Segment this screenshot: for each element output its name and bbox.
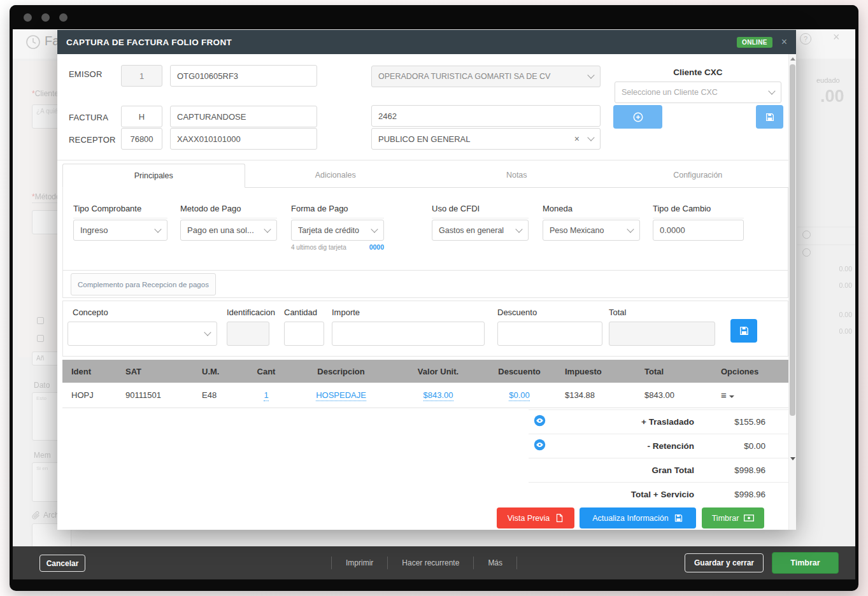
print-link[interactable]: Imprimir (346, 558, 373, 567)
moneda-select[interactable]: Peso Mexicano (543, 220, 640, 241)
clear-icon[interactable]: × (574, 134, 580, 144)
emisor-id-field[interactable]: 1 (121, 65, 162, 87)
descuento-field[interactable] (497, 322, 602, 346)
tipo-cambio-field[interactable]: 0.0000 (653, 220, 744, 241)
banknote-icon (744, 514, 754, 522)
window-control-icon[interactable] (24, 13, 32, 22)
item-descuento-link[interactable]: $0.00 (483, 390, 556, 400)
card-digits-value[interactable]: 0000 (362, 243, 384, 251)
cancel-button[interactable]: Cancelar (39, 555, 85, 572)
emisor-name-select[interactable]: OPERADORA TURISTICA GOMARTI SA DE CV (371, 66, 601, 87)
tab-adicionales[interactable]: Adicionales (245, 164, 427, 187)
add-cliente-cxc-button[interactable] (613, 105, 662, 129)
item-options-menu[interactable]: ≡ (712, 390, 788, 401)
adeudado-label: eudado (816, 76, 840, 84)
divider (516, 557, 517, 569)
total-servicio-value: $998.96 (694, 490, 765, 499)
paperclip-icon (32, 511, 40, 520)
receptor-cp-field[interactable]: 76800 (121, 128, 162, 150)
forma-pago-select[interactable]: Tarjeta de crédito (291, 220, 384, 241)
divider (797, 245, 855, 245)
emisor-label: EMISOR (69, 69, 102, 79)
importe-label: Importe (332, 308, 360, 317)
tipo-comprobante-select[interactable]: Ingreso (73, 220, 167, 241)
descuento-label: Descuento (497, 308, 537, 317)
totals-section: + Trasladado $155.96 - Retención $0.00 (529, 409, 788, 506)
menu-icon: ≡ (721, 390, 727, 401)
save-cliente-cxc-button[interactable] (756, 105, 783, 129)
scrollbar[interactable] (788, 54, 796, 530)
receptor-label: RECEPTOR (69, 135, 116, 145)
actualiza-informacion-button[interactable]: Actualiza Información (580, 507, 696, 529)
screen: Fa *Cliente ¿A quié *Método Añ Dato Esto… (0, 0, 868, 596)
vista-previa-label: Vista Previa (508, 514, 550, 523)
save-concepto-button[interactable] (730, 319, 757, 343)
factura-estado-field[interactable]: CAPTURANDOSE (170, 106, 317, 127)
footer-links: Imprimir Hacer recurrente Más (331, 546, 517, 579)
receptor-name-select[interactable]: PUBLICO EN GENERAL × (371, 128, 601, 150)
help-icon: ? (800, 33, 811, 45)
stamp-button[interactable]: Timbrar (772, 552, 839, 574)
make-recurrent-link[interactable]: Hacer recurrente (402, 558, 459, 567)
moneda-label: Moneda (543, 204, 640, 218)
window-control-icon[interactable] (41, 13, 50, 22)
divider (331, 557, 332, 569)
chevron-down-icon (627, 225, 634, 232)
chevron-down-icon (154, 225, 161, 232)
forma-pago-value: Tarjeta de crédito (298, 226, 359, 235)
item-um: E48 (193, 390, 244, 400)
identificacion-label: Identificacion (227, 308, 275, 317)
emisor-rfc-field[interactable]: OTG010605RF3 (170, 65, 317, 87)
item-valor-unit-link[interactable]: $843.00 (394, 390, 483, 400)
cantidad-label: Cantidad (284, 308, 317, 317)
table-header-row: Ident SAT U.M. Cant Descripcion Valor Un… (62, 360, 788, 383)
receptor-rfc-field[interactable]: XAXX010101000 (170, 128, 317, 150)
table-row: HOPJ 90111501 E48 1 HOSPEDAJE $843.00 $0… (62, 383, 788, 408)
importe-field[interactable] (332, 322, 485, 346)
vista-previa-button[interactable]: Vista Previa (497, 507, 574, 529)
col-um: U.M. (193, 367, 244, 376)
uso-cfdi-select[interactable]: Gastos en general (432, 220, 529, 241)
concepto-label: Concepto (73, 308, 108, 317)
cliente-cxc-select[interactable]: Seleccione un Cliente CXC (615, 82, 781, 103)
col-ident: Ident (62, 367, 117, 376)
item-cant-link[interactable]: 1 (244, 390, 288, 400)
tab-notas[interactable]: Notas (426, 164, 608, 187)
modal-close-icon[interactable]: × (781, 37, 787, 47)
tab-principales[interactable]: Principales (62, 164, 245, 188)
item-descripcion-link[interactable]: HOSPEDAJE (288, 390, 394, 400)
metodo-pago-select[interactable]: Pago en una sol... (180, 220, 277, 241)
online-status-badge: ONLINE (737, 37, 772, 48)
forma-pago-label: Forma de Pago (291, 204, 384, 218)
background-close-icon: × (833, 31, 840, 44)
plus-circle-icon (632, 111, 644, 123)
factura-folio-field[interactable]: 2462 (371, 105, 601, 127)
save-icon (765, 112, 775, 122)
cliente-cxc-placeholder: Seleccione un Cliente CXC (622, 88, 718, 97)
timbrar-button[interactable]: Timbrar (702, 507, 764, 529)
chevron-down-icon (515, 225, 522, 232)
factura-serie-field[interactable]: H (121, 106, 162, 127)
eye-icon[interactable] (534, 415, 550, 429)
gran-total-value: $998.96 (694, 465, 765, 475)
eye-icon[interactable] (534, 439, 550, 453)
more-link[interactable]: Más (488, 558, 502, 567)
save-icon (674, 513, 683, 523)
save-and-close-button[interactable]: Guardar y cerrar (685, 553, 764, 572)
scrollbar-thumb[interactable] (790, 64, 795, 416)
scroll-down-icon[interactable] (790, 457, 795, 460)
caret-down-icon (729, 395, 734, 398)
tab-configuracion[interactable]: Configuración (608, 164, 789, 187)
scroll-up-icon[interactable] (790, 57, 795, 60)
cliente-label: *Cliente (32, 89, 59, 98)
adeudado-value: .00 (820, 87, 844, 106)
timbrar-label: Timbrar (712, 514, 739, 523)
complemento-pagos-tab[interactable]: Complemento para Recepcion de pagos (71, 273, 216, 295)
chevron-down-icon (204, 329, 211, 336)
window-control-icon[interactable] (59, 13, 68, 22)
item-ident: HOPJ (62, 390, 117, 400)
cantidad-field[interactable] (284, 322, 324, 346)
divider (473, 557, 474, 569)
concepto-select[interactable] (68, 322, 217, 346)
footer-bar: Cancelar Imprimir Hacer recurrente Más G… (13, 546, 855, 579)
